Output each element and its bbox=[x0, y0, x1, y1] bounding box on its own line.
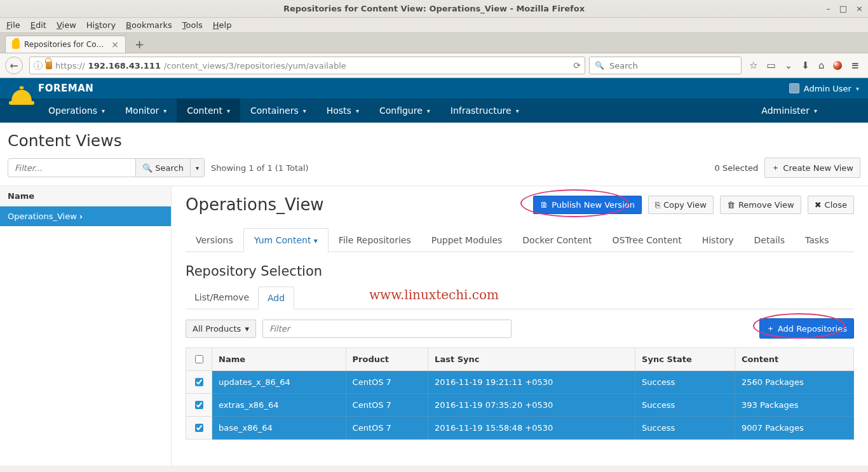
section-title: Repository Selection bbox=[186, 264, 854, 279]
row-checkbox[interactable] bbox=[195, 378, 203, 386]
close-icon: ✖ bbox=[815, 200, 822, 210]
svg-rect-1 bbox=[20, 86, 24, 89]
subtab-add[interactable]: Add bbox=[258, 287, 294, 309]
table-row[interactable]: extras_x86_64 CentOS 7 2016-11-19 07:35:… bbox=[186, 394, 854, 417]
menu-tools[interactable]: Tools bbox=[182, 20, 203, 30]
col-name[interactable]: Name bbox=[212, 348, 346, 371]
window-close-icon[interactable]: × bbox=[856, 4, 863, 13]
row-checkbox[interactable] bbox=[195, 401, 203, 409]
col-content[interactable]: Content bbox=[735, 348, 853, 371]
lock-icon bbox=[46, 62, 52, 69]
tab-puppet-modules[interactable]: Puppet Modules bbox=[421, 229, 513, 252]
hamburger-menu-icon[interactable]: ≡ bbox=[851, 60, 859, 71]
svg-rect-0 bbox=[9, 101, 34, 105]
views-filter-input[interactable] bbox=[8, 163, 135, 173]
admin-user-label: Admin User bbox=[804, 84, 851, 93]
repo-filter-input[interactable] bbox=[262, 320, 512, 338]
repositories-table: Name Product Last Sync Sync State Conten… bbox=[186, 347, 854, 440]
tab-docker-content[interactable]: Docker Content bbox=[512, 229, 602, 252]
url-path: /content_views/3/repositories/yum/availa… bbox=[164, 61, 346, 71]
table-row[interactable]: updates_x_86_64 CentOS 7 2016-11-19 19:2… bbox=[186, 371, 854, 394]
home-icon[interactable]: ⌂ bbox=[818, 60, 825, 71]
bookmark-star-icon[interactable]: ☆ bbox=[749, 60, 757, 71]
tab-yum-content[interactable]: Yum Content ▾ bbox=[243, 228, 329, 252]
extension-icon[interactable] bbox=[833, 61, 842, 70]
window-minimize-icon[interactable]: – bbox=[826, 4, 831, 13]
menu-edit[interactable]: Edit bbox=[31, 20, 46, 30]
foreman-nav: Operations▾ Monitor▾ Content▾ Containers… bbox=[0, 98, 868, 123]
window-maximize-icon[interactable]: □ bbox=[839, 4, 847, 13]
nav-containers[interactable]: Containers▾ bbox=[240, 98, 316, 123]
info-icon[interactable]: i bbox=[34, 61, 43, 70]
add-repositories-button[interactable]: ＋ Add Repositories bbox=[759, 318, 854, 339]
nav-content[interactable]: Content▾ bbox=[177, 98, 240, 123]
tab-ostree-content[interactable]: OSTree Content bbox=[602, 229, 691, 252]
cell-sync-state: Success bbox=[635, 394, 735, 417]
cell-product: CentOS 7 bbox=[346, 371, 428, 394]
browser-tab-label: Repositories for Conten... bbox=[24, 40, 107, 49]
search-icon: 🔍 bbox=[142, 163, 153, 173]
tab-details[interactable]: Details bbox=[744, 229, 796, 252]
back-button[interactable]: ← bbox=[5, 57, 23, 74]
chevron-down-icon: ▾ bbox=[856, 85, 859, 92]
col-product[interactable]: Product bbox=[346, 348, 428, 371]
pocket-icon[interactable]: ⌄ bbox=[785, 60, 793, 71]
select-all-checkbox[interactable] bbox=[195, 355, 203, 363]
subtab-list-remove[interactable]: List/Remove bbox=[186, 287, 258, 309]
nav-operations[interactable]: Operations▾ bbox=[38, 98, 115, 123]
url-bar[interactable]: i https://192.168.43.111/content_views/3… bbox=[29, 57, 585, 74]
tab-file-repositories[interactable]: File Repositories bbox=[329, 229, 421, 252]
new-tab-button[interactable]: + bbox=[130, 37, 149, 51]
reload-icon[interactable]: ⟳ bbox=[573, 60, 581, 71]
sidebar-panel-icon[interactable]: ▭ bbox=[767, 60, 776, 71]
tab-close-icon[interactable]: × bbox=[111, 39, 119, 50]
sidebar-item-operations-view[interactable]: Operations_View › bbox=[0, 206, 171, 226]
admin-user-menu[interactable]: Admin User ▾ bbox=[789, 83, 859, 93]
browser-search-input[interactable] bbox=[608, 60, 736, 71]
chevron-right-icon: › bbox=[79, 212, 83, 221]
col-last-sync[interactable]: Last Sync bbox=[428, 348, 635, 371]
browser-tab[interactable]: Repositories for Conten... × bbox=[5, 36, 126, 53]
nav-administer[interactable]: Administer▾ bbox=[749, 98, 830, 123]
nav-hosts[interactable]: Hosts▾ bbox=[316, 98, 369, 123]
all-products-dropdown[interactable]: All Products ▾ bbox=[186, 320, 256, 338]
nav-configure[interactable]: Configure▾ bbox=[369, 98, 440, 123]
menu-file[interactable]: File bbox=[6, 20, 20, 30]
browser-search[interactable]: 🔍 bbox=[589, 57, 742, 74]
url-host: 192.168.43.111 bbox=[88, 61, 161, 71]
col-sync-state[interactable]: Sync State bbox=[635, 348, 735, 371]
cell-sync-state: Success bbox=[635, 417, 735, 440]
remove-view-button[interactable]: 🗑 Remove View bbox=[720, 196, 801, 214]
downloads-icon[interactable]: ⬇ bbox=[801, 60, 810, 71]
menu-help[interactable]: Help bbox=[213, 20, 232, 30]
tab-versions[interactable]: Versions bbox=[186, 229, 243, 252]
table-row[interactable]: base_x86_64 CentOS 7 2016-11-19 15:58:48… bbox=[186, 417, 854, 440]
document-icon: 🗎 bbox=[540, 200, 548, 210]
copy-icon: ⎘ bbox=[655, 200, 660, 210]
sidebar-header: Name bbox=[0, 186, 171, 206]
views-filter-box: 🔍 Search ▾ bbox=[8, 158, 205, 177]
row-checkbox[interactable] bbox=[195, 424, 203, 432]
publish-new-version-button[interactable]: 🗎 Publish New Version bbox=[533, 196, 642, 214]
search-dropdown-button[interactable]: ▾ bbox=[190, 159, 204, 177]
foreman-brand: FOREMAN bbox=[38, 83, 93, 94]
browser-toolbar: ← i https://192.168.43.111/content_views… bbox=[0, 53, 868, 78]
cell-product: CentOS 7 bbox=[346, 417, 428, 440]
menu-bookmarks[interactable]: Bookmarks bbox=[126, 20, 172, 30]
menu-history[interactable]: History bbox=[86, 20, 116, 30]
tab-history[interactable]: History bbox=[692, 229, 744, 252]
favicon-icon bbox=[12, 40, 20, 49]
menu-view[interactable]: View bbox=[57, 20, 76, 30]
nav-infrastructure[interactable]: Infrastructure▾ bbox=[440, 98, 529, 123]
create-new-view-button[interactable]: ＋ Create New View bbox=[764, 158, 860, 178]
nav-monitor[interactable]: Monitor▾ bbox=[115, 98, 177, 123]
search-icon: 🔍 bbox=[595, 61, 604, 70]
window-title: Repositories for Content View: Operation… bbox=[283, 4, 585, 13]
copy-view-button[interactable]: ⎘ Copy View bbox=[648, 196, 714, 214]
close-button[interactable]: ✖ Close bbox=[808, 196, 854, 214]
firefox-menubar: File Edit View History Bookmarks Tools H… bbox=[0, 18, 868, 33]
tab-tasks[interactable]: Tasks bbox=[795, 229, 839, 252]
cell-content: 9007 Packages bbox=[735, 417, 853, 440]
view-title: Operations_View bbox=[186, 195, 527, 214]
views-search-button[interactable]: 🔍 Search bbox=[135, 159, 190, 177]
